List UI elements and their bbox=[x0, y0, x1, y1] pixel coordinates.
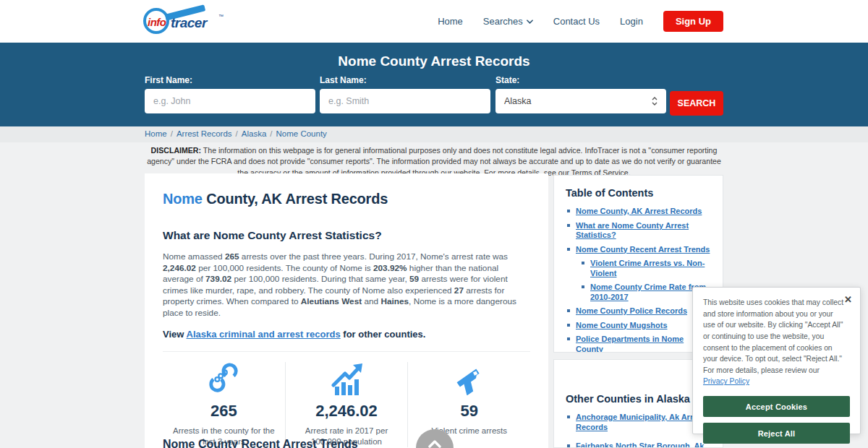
alaska-records-link[interactable]: Alaska criminal and arrest records bbox=[187, 329, 341, 340]
last-name-label: Last Name: bbox=[320, 75, 490, 85]
toc-list: Nome County, AK Arrest Records What are … bbox=[566, 207, 711, 353]
state-select[interactable]: Alaska bbox=[495, 89, 666, 113]
breadcrumb-arrest-records[interactable]: Arrest Records bbox=[176, 129, 232, 138]
nav-searches[interactable]: Searches bbox=[483, 16, 533, 27]
nav-login[interactable]: Login bbox=[620, 16, 643, 27]
toc-item: Nome County Police Records bbox=[566, 306, 711, 316]
breadcrumb: Home/Arrest Records/Alaska/Nome County bbox=[145, 129, 327, 138]
last-name-group: Last Name: bbox=[320, 75, 490, 113]
view-records-line: View Alaska criminal and arrest records … bbox=[163, 329, 530, 340]
stat-arrest-rate: 2,246.02 Arrest rate in 2017 per 100.000… bbox=[285, 362, 408, 447]
statistics-paragraph: Nome amassed 265 arrests over the past t… bbox=[163, 251, 530, 319]
logo-trademark: ™ bbox=[218, 14, 224, 19]
search-button[interactable]: SEARCH bbox=[670, 91, 723, 116]
statistics-section-title: What are Nome County Arrest Statistics? bbox=[163, 229, 530, 242]
stat-arrests-value: 265 bbox=[170, 402, 278, 421]
other-county-item: Fairbanks North Star Borough, Ak Arrest bbox=[566, 441, 711, 448]
breadcrumb-home[interactable]: Home bbox=[145, 129, 167, 138]
last-name-input[interactable] bbox=[320, 89, 490, 113]
close-icon[interactable]: ✕ bbox=[844, 294, 852, 305]
cookie-consent-dialog: ✕ This website uses cookies that may col… bbox=[692, 287, 861, 434]
page-title: Nome County Arrest Records bbox=[0, 53, 868, 69]
chevron-up-icon bbox=[425, 435, 444, 448]
gun-icon bbox=[415, 362, 523, 395]
state-selected-value: Alaska bbox=[504, 96, 532, 106]
nav-contact-us[interactable]: Contact Us bbox=[553, 16, 600, 27]
stats-row: 265 Arrests in the county for the last 3… bbox=[163, 351, 530, 447]
toc-item: What are Nome County Arrest Statistics? bbox=[566, 221, 711, 241]
first-name-group: First Name: bbox=[145, 75, 315, 113]
logo-tracer-text: tracer bbox=[171, 15, 207, 31]
toc-item: Nome County Mugshots bbox=[566, 321, 711, 331]
toc-item: Police Departments in Nome County bbox=[566, 335, 711, 353]
state-label: State: bbox=[495, 75, 666, 85]
trend-chart-icon bbox=[293, 362, 401, 395]
toc-item: Nome County, AK Arrest Records bbox=[566, 207, 711, 217]
toc-subitem: Nome County Crime Rate from 2010-2017 bbox=[580, 283, 711, 302]
sign-up-button[interactable]: Sign Up bbox=[663, 11, 723, 32]
handcuffs-icon bbox=[170, 362, 278, 395]
main-nav: Home Searches Contact Us Login Sign Up bbox=[438, 0, 723, 43]
other-counties-title: Other Counties in Alaska bbox=[566, 393, 711, 405]
other-county-item: Anchorage Municipality, Ak Arrest Record… bbox=[566, 413, 711, 432]
first-name-label: First Name: bbox=[145, 75, 315, 85]
chevron-down-icon bbox=[527, 20, 533, 24]
site-header: info tracer ™ Home Searches Contact Us L… bbox=[0, 0, 868, 43]
article-title: Nome County, AK Arrest Records bbox=[163, 191, 530, 207]
state-group: State: Alaska bbox=[495, 75, 666, 113]
toc-title: Table of Contents bbox=[566, 187, 711, 199]
cookie-consent-text: This website uses cookies that may colle… bbox=[703, 297, 845, 387]
other-counties-list: Anchorage Municipality, Ak Arrest Record… bbox=[566, 413, 711, 448]
article-card: Nome County, AK Arrest Records What are … bbox=[145, 173, 548, 448]
first-name-input[interactable] bbox=[145, 89, 315, 113]
toc-subitem: Violent Crime Arrests vs. Non-Violent bbox=[580, 259, 711, 278]
toc-item: Nome County Recent Arrest Trends bbox=[566, 245, 711, 255]
people-search-form: First Name: Last Name: State: Alaska SEA… bbox=[145, 75, 723, 116]
next-section-title: Nome County Recent Arrest Trends bbox=[163, 438, 358, 448]
select-stepper-icon bbox=[652, 97, 658, 105]
nav-home[interactable]: Home bbox=[438, 16, 463, 27]
logo-info-text: info bbox=[148, 16, 166, 28]
stat-arrests: 265 Arrests in the county for the last 3… bbox=[163, 362, 285, 447]
breadcrumb-bar: Home/Arrest Records/Alaska/Nome County bbox=[0, 126, 868, 142]
reject-all-button[interactable]: Reject All bbox=[703, 423, 850, 444]
privacy-policy-link[interactable]: Privacy Policy bbox=[703, 377, 749, 385]
infotracer-logo[interactable]: info tracer ™ bbox=[143, 5, 223, 37]
breadcrumb-nome-county[interactable]: Nome County bbox=[276, 129, 327, 138]
stat-violent-crime-value: 59 bbox=[415, 402, 523, 421]
stat-arrest-rate-value: 2,246.02 bbox=[293, 402, 401, 421]
breadcrumb-alaska[interactable]: Alaska bbox=[242, 129, 267, 138]
accept-cookies-button[interactable]: Accept Cookies bbox=[703, 396, 850, 417]
hero-search-banner: Nome County Arrest Records First Name: L… bbox=[0, 43, 868, 126]
